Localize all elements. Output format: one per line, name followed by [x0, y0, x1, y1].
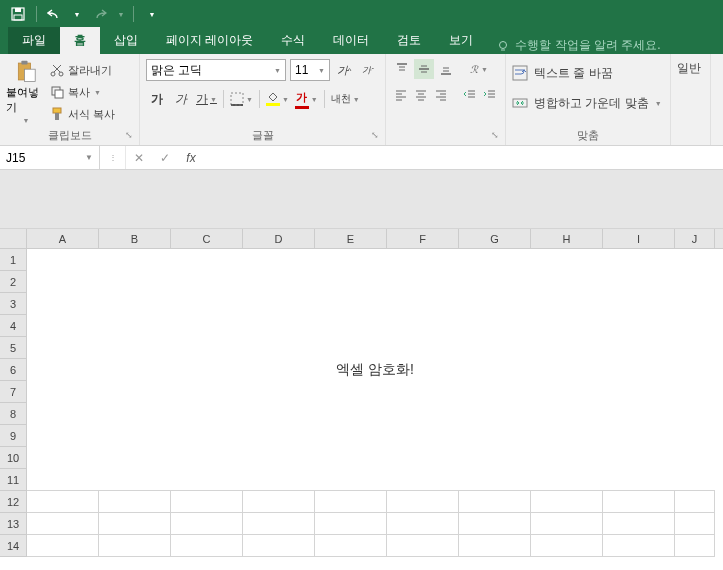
cell-D14[interactable] [243, 535, 315, 557]
cell-G10[interactable] [459, 447, 531, 469]
col-header-H[interactable]: H [531, 229, 603, 248]
cell-G3[interactable] [459, 293, 531, 315]
increase-indent-icon[interactable] [481, 85, 499, 105]
col-header-I[interactable]: I [603, 229, 675, 248]
cell-I6[interactable] [603, 359, 675, 381]
italic-button[interactable]: 가 [170, 88, 192, 110]
cell-D13[interactable] [243, 513, 315, 535]
cell-J1[interactable] [675, 249, 715, 271]
cell-F13[interactable] [387, 513, 459, 535]
cell-A11[interactable] [27, 469, 99, 491]
cell-F9[interactable] [387, 425, 459, 447]
cell-F6[interactable] [387, 359, 459, 381]
align-right-icon[interactable] [432, 85, 450, 105]
cell-B2[interactable] [99, 271, 171, 293]
cell-I2[interactable] [603, 271, 675, 293]
cell-J6[interactable] [675, 359, 715, 381]
cancel-formula-icon[interactable]: ✕ [126, 146, 152, 169]
cell-F1[interactable] [387, 249, 459, 271]
cell-D3[interactable] [243, 293, 315, 315]
cell-I11[interactable] [603, 469, 675, 491]
col-header-G[interactable]: G [459, 229, 531, 248]
cell-G1[interactable] [459, 249, 531, 271]
row-header-9[interactable]: 9 [0, 425, 27, 447]
phonetic-button[interactable]: 내천▼ [329, 88, 362, 110]
cell-G6[interactable] [459, 359, 531, 381]
tab-review[interactable]: 검토 [383, 27, 435, 54]
select-all-corner[interactable] [0, 229, 27, 248]
cell-H13[interactable] [531, 513, 603, 535]
cell-D9[interactable] [243, 425, 315, 447]
cell-J14[interactable] [675, 535, 715, 557]
qat-customize-icon[interactable]: ▼ [140, 3, 164, 25]
cell-H1[interactable] [531, 249, 603, 271]
cell-C11[interactable] [171, 469, 243, 491]
font-color-button[interactable]: 가▼ [293, 88, 320, 110]
cell-H9[interactable] [531, 425, 603, 447]
cell-I7[interactable] [603, 381, 675, 403]
tell-me-search[interactable]: 수행할 작업을 알려 주세요. [487, 37, 670, 54]
cell-C12[interactable] [171, 491, 243, 513]
cell-G8[interactable] [459, 403, 531, 425]
col-header-B[interactable]: B [99, 229, 171, 248]
cell-C9[interactable] [171, 425, 243, 447]
row-header-2[interactable]: 2 [0, 271, 27, 293]
undo-icon[interactable] [43, 3, 67, 25]
border-button[interactable]: ▼ [228, 88, 255, 110]
cell-G7[interactable] [459, 381, 531, 403]
cell-A1[interactable] [27, 249, 99, 271]
cell-H11[interactable] [531, 469, 603, 491]
cell-J13[interactable] [675, 513, 715, 535]
cell-F14[interactable] [387, 535, 459, 557]
fx-icon[interactable]: fx [178, 146, 204, 169]
cell-I10[interactable] [603, 447, 675, 469]
cell-F12[interactable] [387, 491, 459, 513]
cell-G2[interactable] [459, 271, 531, 293]
cell-G14[interactable] [459, 535, 531, 557]
cell-D5[interactable] [243, 337, 315, 359]
cell-D12[interactable] [243, 491, 315, 513]
cell-E7[interactable] [315, 381, 387, 403]
cell-A4[interactable] [27, 315, 99, 337]
align-top-icon[interactable] [392, 59, 412, 79]
cell-J3[interactable] [675, 293, 715, 315]
cell-B7[interactable] [99, 381, 171, 403]
cell-J2[interactable] [675, 271, 715, 293]
cell-B13[interactable] [99, 513, 171, 535]
cell-E11[interactable] [315, 469, 387, 491]
cell-F11[interactable] [387, 469, 459, 491]
cell-C5[interactable] [171, 337, 243, 359]
cell-B8[interactable] [99, 403, 171, 425]
cell-A6[interactable] [27, 359, 99, 381]
cell-C3[interactable] [171, 293, 243, 315]
cell-H3[interactable] [531, 293, 603, 315]
cell-F10[interactable] [387, 447, 459, 469]
align-left-icon[interactable] [392, 85, 410, 105]
cell-G11[interactable] [459, 469, 531, 491]
cell-E5[interactable] [315, 337, 387, 359]
cell-H2[interactable] [531, 271, 603, 293]
cell-G5[interactable] [459, 337, 531, 359]
cell-F7[interactable] [387, 381, 459, 403]
format-painter-button[interactable]: 서식 복사 [50, 104, 115, 124]
cell-I8[interactable] [603, 403, 675, 425]
cell-C1[interactable] [171, 249, 243, 271]
cell-E10[interactable] [315, 447, 387, 469]
row-header-6[interactable]: 6 [0, 359, 27, 381]
cell-B10[interactable] [99, 447, 171, 469]
row-header-8[interactable]: 8 [0, 403, 27, 425]
cell-D1[interactable] [243, 249, 315, 271]
cell-D7[interactable] [243, 381, 315, 403]
tab-data[interactable]: 데이터 [319, 27, 383, 54]
row-header-4[interactable]: 4 [0, 315, 27, 337]
col-header-C[interactable]: C [171, 229, 243, 248]
cell-E2[interactable] [315, 271, 387, 293]
cell-J11[interactable] [675, 469, 715, 491]
cell-H7[interactable] [531, 381, 603, 403]
cell-E1[interactable] [315, 249, 387, 271]
cell-C10[interactable] [171, 447, 243, 469]
row-header-12[interactable]: 12 [0, 491, 27, 513]
cell-D11[interactable] [243, 469, 315, 491]
font-size-select[interactable]: 11 ▼ [290, 59, 330, 81]
tab-file[interactable]: 파일 [8, 27, 60, 54]
